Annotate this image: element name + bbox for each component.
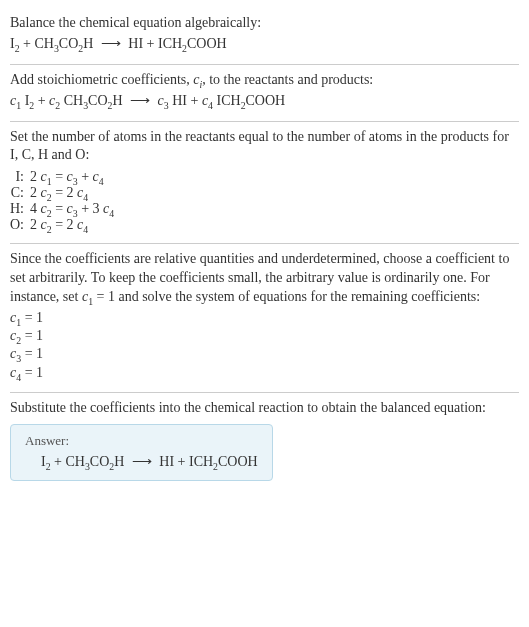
element-label: I: bbox=[10, 169, 30, 185]
equations-tbody: I:2 c1 = c3 + c4C:2 c2 = 2 c4H:4 c2 = c3… bbox=[10, 169, 120, 233]
answer-text: Substitute the coefficients into the che… bbox=[10, 399, 519, 418]
element-equation: 2 c2 = 2 c4 bbox=[30, 217, 120, 233]
coef-item: c4 = 1 bbox=[10, 364, 519, 382]
section-solve: Since the coefficients are relative quan… bbox=[10, 244, 519, 392]
answer-box: Answer: I2 + CH3CO2H ⟶ HI + ICH2COOH bbox=[10, 424, 273, 481]
answer-reaction: I2 + CH3CO2H ⟶ HI + ICH2COOH bbox=[25, 453, 258, 470]
reaction-with-coeffs: c1 I2 + c2 CH3CO2H ⟶ c3 HI + c4 ICH2COOH bbox=[10, 92, 519, 111]
equations-text: Set the number of atoms in the reactants… bbox=[10, 128, 519, 166]
element-equation: 2 c2 = 2 c4 bbox=[30, 185, 120, 201]
equation-row: C:2 c2 = 2 c4 bbox=[10, 185, 120, 201]
answer-label: Answer: bbox=[25, 433, 258, 449]
element-label: O: bbox=[10, 217, 30, 233]
element-equation: 4 c2 = c3 + 3 c4 bbox=[30, 201, 120, 217]
coef-item: c3 = 1 bbox=[10, 345, 519, 363]
coefficients-text: Add stoichiometric coefficients, ci, to … bbox=[10, 71, 519, 90]
section-coefficients: Add stoichiometric coefficients, ci, to … bbox=[10, 65, 519, 122]
reaction-unbalanced: I2 + CH3CO2H ⟶ HI + ICH2COOH bbox=[10, 35, 519, 54]
section-problem: Balance the chemical equation algebraica… bbox=[10, 8, 519, 65]
equation-row: H:4 c2 = c3 + 3 c4 bbox=[10, 201, 120, 217]
coef-list: c1 = 1c2 = 1c3 = 1c4 = 1 bbox=[10, 309, 519, 382]
problem-title: Balance the chemical equation algebraica… bbox=[10, 14, 519, 33]
element-equation: 2 c1 = c3 + c4 bbox=[30, 169, 120, 185]
section-answer: Substitute the coefficients into the che… bbox=[10, 393, 519, 491]
equation-row: I:2 c1 = c3 + c4 bbox=[10, 169, 120, 185]
equation-row: O:2 c2 = 2 c4 bbox=[10, 217, 120, 233]
section-equations: Set the number of atoms in the reactants… bbox=[10, 122, 519, 245]
solve-text: Since the coefficients are relative quan… bbox=[10, 250, 519, 307]
equations-table: I:2 c1 = c3 + c4C:2 c2 = 2 c4H:4 c2 = c3… bbox=[10, 169, 120, 233]
element-label: C: bbox=[10, 185, 30, 201]
element-label: H: bbox=[10, 201, 30, 217]
coef-item: c2 = 1 bbox=[10, 327, 519, 345]
coef-item: c1 = 1 bbox=[10, 309, 519, 327]
